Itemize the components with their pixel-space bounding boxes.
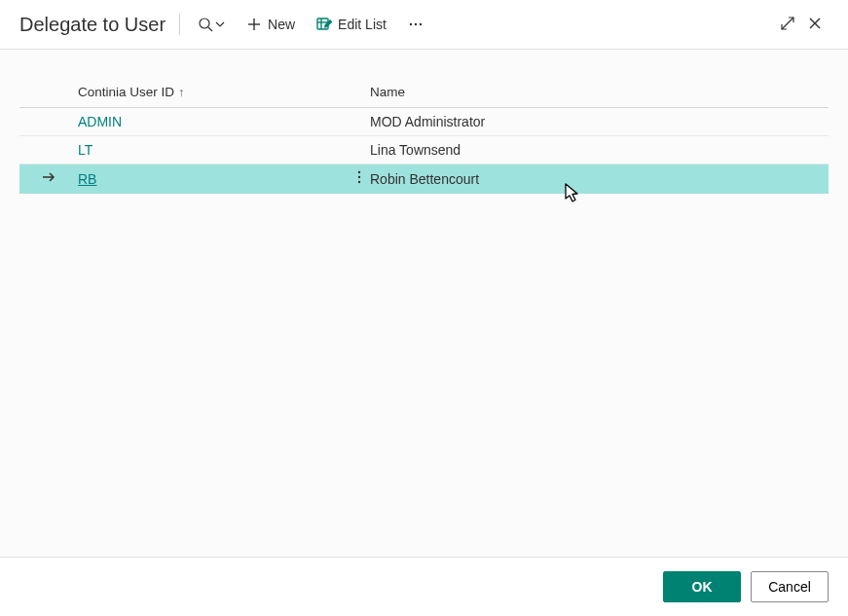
svg-point-7 bbox=[410, 23, 412, 25]
search-icon bbox=[198, 17, 213, 32]
ok-button[interactable]: OK bbox=[663, 571, 741, 602]
new-button[interactable]: New bbox=[239, 13, 303, 36]
svg-point-9 bbox=[420, 23, 422, 25]
row-indicator bbox=[19, 108, 78, 136]
dialog-footer: OK Cancel bbox=[0, 558, 848, 616]
svg-point-0 bbox=[200, 18, 209, 28]
expand-button[interactable] bbox=[774, 11, 801, 38]
table-row[interactable]: ADMINMOD Administrator bbox=[19, 108, 829, 136]
new-label: New bbox=[268, 17, 295, 32]
svg-line-1 bbox=[208, 27, 212, 31]
more-options-button[interactable] bbox=[400, 13, 431, 36]
page-title: Delegate to User bbox=[19, 14, 166, 36]
dialog-header: Delegate to User New bbox=[0, 0, 848, 49]
column-header-name[interactable]: Name bbox=[370, 79, 829, 108]
row-actions[interactable] bbox=[350, 108, 370, 136]
user-name-cell: MOD Administrator bbox=[370, 108, 829, 136]
edit-list-icon bbox=[316, 17, 332, 32]
edit-list-button[interactable]: Edit List bbox=[309, 13, 394, 36]
plus-icon bbox=[246, 17, 262, 32]
user-id-link[interactable]: ADMIN bbox=[78, 114, 122, 129]
table-row[interactable]: RBRobin Bettencourt bbox=[19, 164, 829, 194]
column-select bbox=[19, 79, 78, 108]
divider bbox=[179, 14, 180, 35]
row-actions[interactable] bbox=[350, 136, 370, 164]
user-table: Continia User ID↑ Name ADMINMOD Administ… bbox=[19, 79, 829, 194]
user-id-link[interactable]: LT bbox=[78, 142, 92, 158]
expand-icon bbox=[780, 16, 795, 34]
user-name-cell: Robin Bettencourt bbox=[370, 164, 829, 194]
row-actions[interactable] bbox=[350, 164, 370, 194]
svg-point-17 bbox=[358, 181, 360, 183]
row-indicator bbox=[19, 136, 78, 164]
chevron-down-icon bbox=[215, 17, 225, 32]
svg-point-8 bbox=[415, 23, 417, 25]
user-name-cell: Lina Townsend bbox=[370, 136, 829, 164]
svg-point-16 bbox=[358, 176, 360, 178]
cancel-button[interactable]: Cancel bbox=[751, 571, 829, 602]
column-header-id[interactable]: Continia User ID↑ bbox=[78, 79, 370, 108]
close-button[interactable] bbox=[801, 11, 829, 38]
user-id-link[interactable]: RB bbox=[78, 171, 96, 187]
svg-point-15 bbox=[358, 171, 360, 173]
search-button[interactable] bbox=[190, 13, 233, 36]
svg-line-11 bbox=[782, 23, 788, 29]
dialog-body: Continia User ID↑ Name ADMINMOD Administ… bbox=[0, 49, 848, 558]
more-horizontal-icon bbox=[408, 17, 424, 32]
sort-asc-icon: ↑ bbox=[178, 86, 184, 99]
row-indicator bbox=[19, 164, 78, 194]
edit-list-label: Edit List bbox=[338, 17, 387, 32]
close-icon bbox=[807, 16, 823, 34]
table-row[interactable]: LTLina Townsend bbox=[19, 136, 829, 164]
svg-line-10 bbox=[788, 18, 793, 23]
